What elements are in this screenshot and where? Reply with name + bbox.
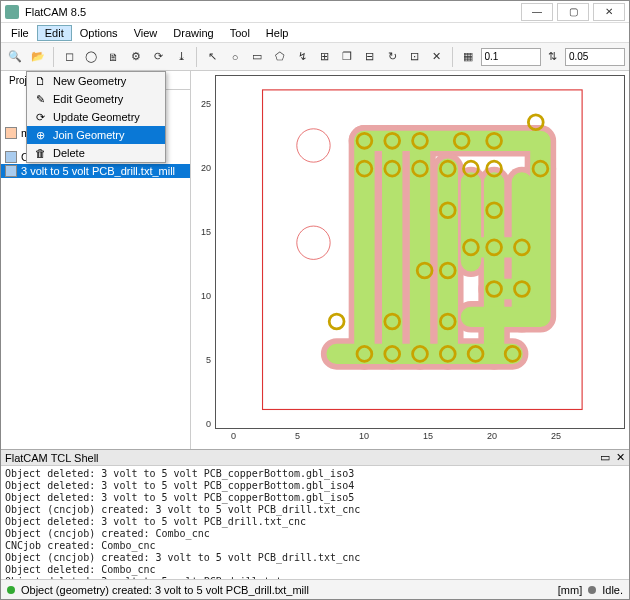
list-item-label: 3 volt to 5 volt PCB_drill.txt_mill [21, 165, 175, 177]
refresh-icon[interactable]: ⟳ [149, 46, 169, 68]
minimize-button[interactable]: — [521, 3, 553, 21]
status-indicator-icon [7, 586, 15, 594]
menu-new-geometry[interactable]: 🗋New Geometry [27, 72, 165, 90]
status-idle-icon [588, 586, 596, 594]
status-message: Object (geometry) created: 3 volt to 5 v… [21, 584, 309, 596]
window-buttons: — ▢ ✕ [521, 3, 625, 21]
rotate-icon[interactable]: ↻ [382, 46, 402, 68]
menu-file[interactable]: File [3, 25, 37, 41]
console-panel: FlatCAM TCL Shell ▭ ✕ Object deleted: 3 … [1, 449, 629, 579]
delete-icon[interactable]: ✕ [427, 46, 447, 68]
list-item[interactable]: 3 volt to 5 volt PCB_drill.txt_mill [1, 164, 190, 178]
menubar: File Edit Options View Drawing Tool Help [1, 23, 629, 43]
settings-icon[interactable]: ⚙ [126, 46, 146, 68]
console-header: FlatCAM TCL Shell ▭ ✕ [1, 450, 629, 466]
menu-edit[interactable]: Edit [37, 25, 72, 41]
edit-menu-popup: 🗋New Geometry ✎Edit Geometry ⟳Update Geo… [26, 71, 166, 163]
select-icon[interactable]: ↖ [202, 46, 222, 68]
status-state: Idle. [602, 584, 623, 596]
menu-join-geometry[interactable]: ⊕Join Geometry [27, 126, 165, 144]
console-undock-icon[interactable]: ▭ [600, 451, 610, 464]
sidebar: Project Selected Tool m.gbl Combo 3 volt… [1, 71, 191, 449]
copy-icon[interactable]: ❐ [337, 46, 357, 68]
new-icon: 🗋 [33, 74, 47, 88]
statusbar: Object (geometry) created: 3 volt to 5 v… [1, 579, 629, 599]
canvas-area[interactable]: 25 20 15 10 5 0 0 5 10 15 20 25 [191, 71, 629, 449]
geometry-item-icon [5, 165, 17, 177]
zoom-icon[interactable]: 🔍 [5, 46, 25, 68]
svg-point-33 [297, 226, 330, 259]
gerber-icon [5, 127, 17, 139]
status-units: [mm] [558, 584, 582, 596]
delete-icon: 🗑 [33, 146, 47, 160]
menu-delete[interactable]: 🗑Delete [27, 144, 165, 162]
update-icon: ⟳ [33, 110, 47, 124]
svg-point-23 [329, 314, 344, 329]
app-icon [5, 5, 19, 19]
document-icon[interactable]: 🗎 [104, 46, 124, 68]
svg-point-32 [297, 129, 330, 162]
draw-circle-icon[interactable]: ○ [225, 46, 245, 68]
edit-icon: ✎ [33, 92, 47, 106]
draw-path-icon[interactable]: ↯ [292, 46, 312, 68]
menu-tool[interactable]: Tool [222, 25, 258, 41]
close-button[interactable]: ✕ [593, 3, 625, 21]
menu-edit-geometry[interactable]: ✎Edit Geometry [27, 90, 165, 108]
circle-tool-icon[interactable]: ◯ [81, 46, 101, 68]
titlebar: FlatCAM 8.5 — ▢ ✕ [1, 1, 629, 23]
app-window: FlatCAM 8.5 — ▢ ✕ File Edit Options View… [0, 0, 630, 600]
geometry-item-icon [5, 151, 17, 163]
subtract-icon[interactable]: ⊟ [359, 46, 379, 68]
geometry-icon[interactable]: ◻ [59, 46, 79, 68]
maximize-button[interactable]: ▢ [557, 3, 589, 21]
open-icon[interactable]: 📂 [27, 46, 47, 68]
menu-options[interactable]: Options [72, 25, 126, 41]
draw-poly-icon[interactable]: ⬠ [270, 46, 290, 68]
console-output[interactable]: Object deleted: 3 volt to 5 volt PCB_cop… [1, 466, 629, 579]
export-icon[interactable]: ⤓ [171, 46, 191, 68]
grid-x-input[interactable] [481, 48, 541, 66]
join-icon: ⊕ [33, 128, 47, 142]
y-axis: 25 20 15 10 5 0 [191, 71, 215, 429]
grid-y-input[interactable] [565, 48, 625, 66]
plot-canvas[interactable] [215, 75, 625, 429]
grid-icon[interactable]: ▦ [458, 46, 478, 68]
menu-help[interactable]: Help [258, 25, 297, 41]
toolbar: 🔍 📂 ◻ ◯ 🗎 ⚙ ⟳ ⤓ ↖ ○ ▭ ⬠ ↯ ⊞ ❐ ⊟ ↻ ⊡ ✕ ▦ … [1, 43, 629, 71]
menu-update-geometry[interactable]: ⟳Update Geometry [27, 108, 165, 126]
draw-rect-icon[interactable]: ▭ [247, 46, 267, 68]
menu-view[interactable]: View [126, 25, 166, 41]
console-title: FlatCAM TCL Shell [5, 452, 99, 464]
console-close-icon[interactable]: ✕ [616, 451, 625, 464]
intersect-icon[interactable]: ⊡ [404, 46, 424, 68]
x-axis: 0 5 10 15 20 25 [215, 429, 625, 449]
menu-drawing[interactable]: Drawing [165, 25, 221, 41]
union-icon[interactable]: ⊞ [315, 46, 335, 68]
body: Project Selected Tool m.gbl Combo 3 volt… [1, 71, 629, 449]
app-title: FlatCAM 8.5 [25, 6, 521, 18]
link-icon[interactable]: ⇅ [543, 46, 563, 68]
